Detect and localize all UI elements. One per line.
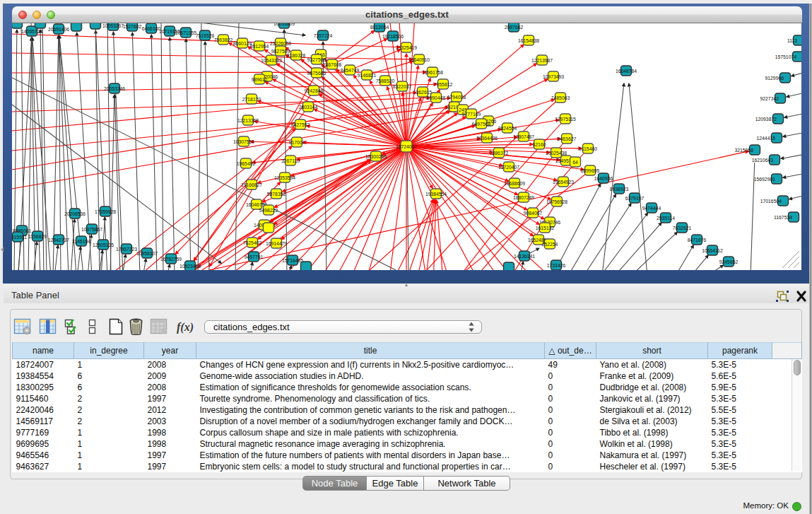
svg-text:20053346: 20053346 (104, 86, 125, 91)
svg-text:6794028: 6794028 (447, 95, 466, 100)
svg-text:9777169: 9777169 (462, 112, 481, 117)
svg-text:8675685: 8675685 (307, 71, 326, 76)
svg-text:7515526: 7515526 (196, 33, 215, 38)
svg-text:20364436: 20364436 (476, 136, 498, 141)
svg-text:10973493: 10973493 (543, 74, 564, 79)
svg-text:2718170: 2718170 (242, 97, 261, 102)
svg-text:12213987: 12213987 (531, 58, 553, 63)
svg-text:3824554: 3824554 (498, 126, 517, 131)
svg-text:1640956: 1640956 (594, 176, 613, 181)
svg-text:10307554: 10307554 (233, 139, 254, 144)
svg-text:15720407: 15720407 (498, 165, 519, 170)
svg-text:20206536: 20206536 (64, 211, 86, 216)
svg-text:12505135: 12505135 (93, 243, 114, 247)
svg-text:64: 64 (572, 160, 578, 165)
svg-text:9457791: 9457791 (245, 255, 264, 259)
svg-text:8912954: 8912954 (250, 44, 269, 49)
svg-text:5498222: 5498222 (259, 208, 278, 213)
svg-text:8322037: 8322037 (393, 84, 412, 89)
svg-text:18807249: 18807249 (513, 195, 534, 200)
svg-text:9146821: 9146821 (358, 73, 377, 78)
svg-text:7625402: 7625402 (243, 240, 262, 245)
svg-text:15692901: 15692901 (754, 177, 775, 182)
svg-text:6379197: 6379197 (625, 196, 645, 201)
svg-text:917004: 917004 (289, 140, 305, 145)
svg-text:6899695: 6899695 (581, 168, 600, 173)
svg-text:15716485: 15716485 (282, 258, 303, 263)
svg-text:1113: 1113 (787, 38, 797, 43)
svg-text:9129966: 9129966 (765, 76, 784, 81)
svg-text:15751074: 15751074 (775, 54, 796, 59)
svg-text:16914479: 16914479 (266, 241, 287, 246)
svg-text:10688609: 10688609 (504, 181, 525, 186)
svg-text:2867608: 2867608 (323, 62, 342, 67)
svg-text:1244415: 1244415 (757, 136, 776, 141)
svg-text:8186328: 8186328 (287, 53, 306, 58)
svg-text:16782759: 16782759 (160, 257, 182, 262)
svg-text:1527602: 1527602 (123, 24, 142, 29)
svg-text:12213369: 12213369 (237, 118, 259, 123)
svg-text:7588520: 7588520 (376, 78, 395, 83)
svg-text:10975867: 10975867 (81, 227, 102, 232)
svg-text:5878352: 5878352 (267, 192, 286, 197)
svg-text:2803144: 2803144 (299, 105, 318, 110)
svg-text:1156829: 1156829 (28, 234, 47, 239)
svg-text:19756928: 19756928 (546, 199, 567, 204)
svg-text:7632621: 7632621 (673, 226, 692, 230)
svg-text:17359928: 17359928 (95, 209, 116, 214)
svg-text:7886372: 7886372 (490, 151, 509, 156)
svg-text:19166827: 19166827 (241, 182, 262, 187)
svg-text:6497568: 6497568 (472, 122, 491, 127)
svg-text:13325419: 13325419 (396, 45, 417, 50)
svg-text:16210643: 16210643 (752, 158, 773, 163)
svg-text:23226058: 23226058 (270, 41, 291, 46)
svg-text:1362615: 1362615 (413, 90, 433, 95)
svg-text:16648784: 16648784 (616, 69, 637, 74)
svg-text:1615132: 1615132 (536, 226, 555, 230)
svg-text:20691406: 20691406 (48, 27, 69, 32)
svg-text:19384554: 19384554 (425, 192, 447, 197)
svg-text:16033809: 16033809 (273, 23, 295, 26)
svg-text:16640910: 16640910 (408, 57, 430, 62)
svg-text:10923468: 10923468 (180, 264, 201, 269)
svg-text:19654923: 19654923 (553, 180, 574, 185)
svg-text:10807487: 10807487 (513, 134, 534, 139)
svg-text:252254: 252254 (542, 242, 558, 247)
svg-text:6466160: 6466160 (142, 26, 161, 31)
svg-text:8454749: 8454749 (341, 68, 360, 73)
svg-text:10025438: 10025438 (546, 151, 567, 156)
svg-text:17016504: 17016504 (760, 199, 782, 204)
svg-text:8660124: 8660124 (233, 41, 252, 46)
svg-text:14136141: 14136141 (514, 254, 535, 259)
svg-text:18300295: 18300295 (365, 154, 387, 159)
svg-text:7955812: 7955812 (434, 82, 453, 87)
svg-text:8990448: 8990448 (427, 95, 446, 100)
svg-text:9115460: 9115460 (579, 146, 597, 151)
svg-text:8813054: 8813054 (370, 25, 389, 30)
svg-text:10653267: 10653267 (102, 23, 124, 28)
svg-text:12353594: 12353594 (274, 175, 295, 180)
svg-text:12942737: 12942737 (48, 238, 69, 243)
svg-text:9245652: 9245652 (719, 259, 739, 264)
svg-text:7563822: 7563822 (214, 37, 233, 42)
svg-text:10671355: 10671355 (175, 30, 196, 35)
svg-text:7357224: 7357224 (314, 33, 333, 38)
svg-text:12975115: 12975115 (555, 117, 576, 122)
svg-text:12093872: 12093872 (755, 117, 777, 122)
svg-text:9327508: 9327508 (307, 57, 326, 62)
svg-text:1145194: 1145194 (72, 239, 90, 244)
svg-text:8471676: 8471676 (688, 238, 707, 243)
svg-text:10543382: 10543382 (261, 58, 282, 63)
svg-text:3915911: 3915911 (12, 235, 27, 240)
svg-text:17957223: 17957223 (116, 247, 137, 252)
svg-text:10654112: 10654112 (702, 248, 723, 253)
svg-text:8938923: 8938923 (610, 187, 629, 192)
svg-text:989612: 989612 (252, 77, 268, 82)
svg-text:9084067: 9084067 (524, 211, 543, 216)
svg-text:10958107: 10958107 (136, 251, 158, 256)
svg-text:3267110: 3267110 (281, 158, 300, 163)
svg-text:2087662: 2087662 (505, 25, 524, 30)
svg-text:1733426: 1733426 (547, 263, 566, 268)
svg-text:9463627: 9463627 (558, 136, 577, 141)
svg-text:2935114: 2935114 (657, 216, 675, 221)
